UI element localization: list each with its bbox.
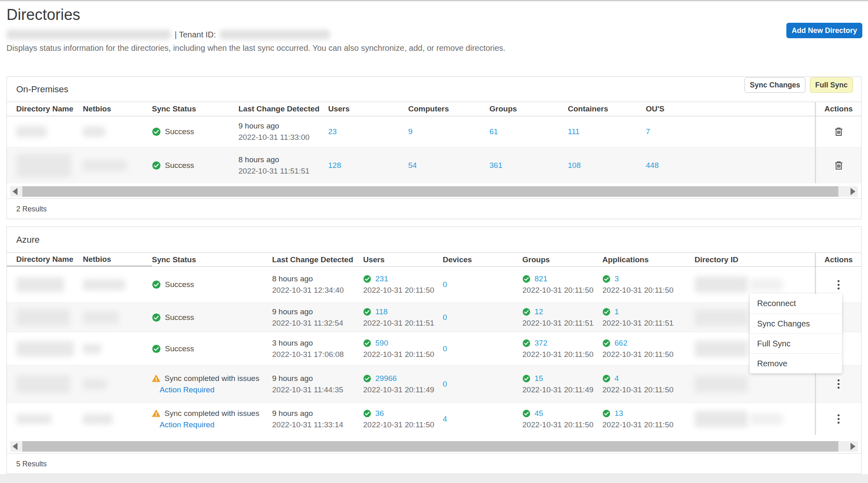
delete-directory-button[interactable] xyxy=(834,127,843,137)
groups-count-link[interactable]: 361 xyxy=(489,161,502,170)
azure-row-4: Sync completed with issues Action Requir… xyxy=(7,365,861,402)
action-required-link[interactable]: Action Required xyxy=(160,385,214,394)
users-sync-time: 2022-10-31 20:11:50 xyxy=(363,420,434,429)
on-premises-row-2: Success 8 hours ago 2022-10-31 11:51:51 … xyxy=(7,147,861,183)
ous-count-link[interactable]: 448 xyxy=(646,161,659,170)
users-count-link[interactable]: 118 xyxy=(375,307,387,316)
azure-row-1: Success 8 hours ago 2022-10-31 12:34:40 … xyxy=(7,267,861,302)
devices-count-link[interactable]: 0 xyxy=(443,313,447,322)
users-count-link[interactable]: 36 xyxy=(375,409,384,418)
horizontal-scrollbar[interactable] xyxy=(10,186,858,197)
redacted-directory-id xyxy=(750,413,783,425)
devices-count-link[interactable]: 4 xyxy=(443,415,447,424)
on-premises-header: On-Premises Sync Changes Full Sync xyxy=(7,77,861,102)
containers-count-link[interactable]: 111 xyxy=(568,127,580,136)
sync-status: Sync completed with issues xyxy=(152,409,259,418)
add-new-directory-button[interactable]: Add New Directory xyxy=(786,23,862,38)
users-count-link[interactable]: 128 xyxy=(328,161,341,170)
devices-count-link[interactable]: 0 xyxy=(443,344,447,353)
top-strip xyxy=(0,0,868,1)
groups-count-link[interactable]: 61 xyxy=(489,127,498,136)
success-icon xyxy=(602,374,610,383)
applications-count-link[interactable]: 662 xyxy=(615,339,628,348)
menu-item-reconnect[interactable]: Reconnect xyxy=(750,294,842,313)
applications-sync-time: 2022-10-31 20:11:50 xyxy=(602,385,673,394)
sync-changes-button[interactable]: Sync Changes xyxy=(745,77,805,93)
devices-count-link[interactable]: 0 xyxy=(443,280,447,289)
users-count-link[interactable]: 231 xyxy=(375,274,388,283)
col-ous: OU'S xyxy=(646,102,815,116)
groups-count-link[interactable]: 821 xyxy=(535,274,548,283)
success-icon xyxy=(152,313,161,322)
groups-count-link[interactable]: 372 xyxy=(535,339,548,348)
full-sync-button[interactable]: Full Sync xyxy=(810,77,853,93)
groups-sync-time: 2022-10-31 20:11:50 xyxy=(522,286,593,295)
col-sync-status: Sync Status xyxy=(152,102,238,116)
ous-count-link[interactable]: 7 xyxy=(646,127,650,136)
row-actions-menu-button[interactable] xyxy=(835,278,842,292)
azure-card: Azure Directory Name Netbios Sync Status… xyxy=(6,226,862,474)
page-header: Directories | Tenant ID: Displays status… xyxy=(0,5,868,53)
redacted-org-name xyxy=(6,30,171,39)
col-groups: Groups xyxy=(522,253,602,266)
applications-sync-time: 2022-10-31 20:11:50 xyxy=(602,420,673,429)
success-icon xyxy=(363,409,371,418)
computers-count-link[interactable]: 9 xyxy=(408,127,413,136)
containers-count-link[interactable]: 108 xyxy=(568,161,581,170)
computers-count-link[interactable]: 54 xyxy=(408,161,417,170)
groups-sync-time: 2022-10-31 20:11:50 xyxy=(522,420,593,429)
menu-item-full-sync[interactable]: Full Sync xyxy=(750,333,842,353)
col-users: Users xyxy=(363,253,443,266)
col-netbios: Netbios xyxy=(83,253,152,266)
scroll-left-arrow[interactable] xyxy=(13,188,17,195)
users-count-link[interactable]: 29966 xyxy=(375,374,397,383)
col-sync-status: Sync Status xyxy=(152,253,272,266)
row-actions-menu-button[interactable] xyxy=(835,412,842,426)
redacted-directory-name xyxy=(16,154,71,177)
success-icon xyxy=(363,275,371,283)
groups-count-link[interactable]: 45 xyxy=(535,409,543,418)
users-sync-time: 2022-10-31 20:11:51 xyxy=(363,319,434,328)
success-icon xyxy=(522,339,530,347)
col-computers: Computers xyxy=(408,102,489,116)
azure-row-2: Success 9 hours ago 2022-10-31 11:32:54 … xyxy=(7,302,861,332)
azure-title: Azure xyxy=(16,235,39,245)
menu-item-remove[interactable]: Remove xyxy=(750,353,842,373)
redacted-directory-id xyxy=(695,376,748,392)
menu-item-sync-changes[interactable]: Sync Changes xyxy=(750,313,842,333)
scroll-right-arrow[interactable] xyxy=(851,443,855,450)
groups-count-link[interactable]: 15 xyxy=(535,374,543,383)
scroll-right-arrow[interactable] xyxy=(851,188,855,195)
success-icon xyxy=(522,409,530,418)
users-count-link[interactable]: 590 xyxy=(375,339,388,348)
horizontal-scrollbar[interactable] xyxy=(10,441,858,452)
groups-count-link[interactable]: 12 xyxy=(535,307,543,316)
success-icon xyxy=(522,374,530,383)
delete-directory-button[interactable] xyxy=(834,161,843,170)
redacted-netbios xyxy=(83,379,106,389)
applications-count-link[interactable]: 3 xyxy=(615,274,619,283)
row-actions-menu-button[interactable] xyxy=(835,377,842,391)
azure-header: Azure xyxy=(7,227,861,253)
applications-count-link[interactable]: 1 xyxy=(615,307,619,316)
users-count-link[interactable]: 23 xyxy=(328,127,337,136)
last-change-time: 2022-10-31 12:34:40 xyxy=(272,286,344,295)
scroll-left-arrow[interactable] xyxy=(13,443,17,450)
applications-count-link[interactable]: 4 xyxy=(615,374,619,383)
redacted-netbios xyxy=(83,311,119,324)
azure-column-headers: Directory Name Netbios Sync Status Last … xyxy=(7,253,861,267)
devices-count-link[interactable]: 0 xyxy=(443,380,447,389)
scrollbar-thumb[interactable] xyxy=(22,441,838,452)
sync-status: Sync completed with issues xyxy=(152,374,259,383)
success-icon xyxy=(602,275,610,283)
scrollbar-thumb[interactable] xyxy=(22,186,838,197)
success-icon xyxy=(152,161,161,170)
sync-status-label: Success xyxy=(165,127,194,136)
tenant-line: | Tenant ID: xyxy=(6,29,862,40)
action-required-link[interactable]: Action Required xyxy=(160,420,214,429)
applications-count-link[interactable]: 13 xyxy=(615,409,623,418)
groups-sync-time: 2022-10-31 20:11:50 xyxy=(522,350,593,359)
warning-icon xyxy=(152,409,160,417)
redacted-netbios xyxy=(83,344,101,354)
last-change-time: 2022-10-31 11:33:14 xyxy=(272,420,343,429)
